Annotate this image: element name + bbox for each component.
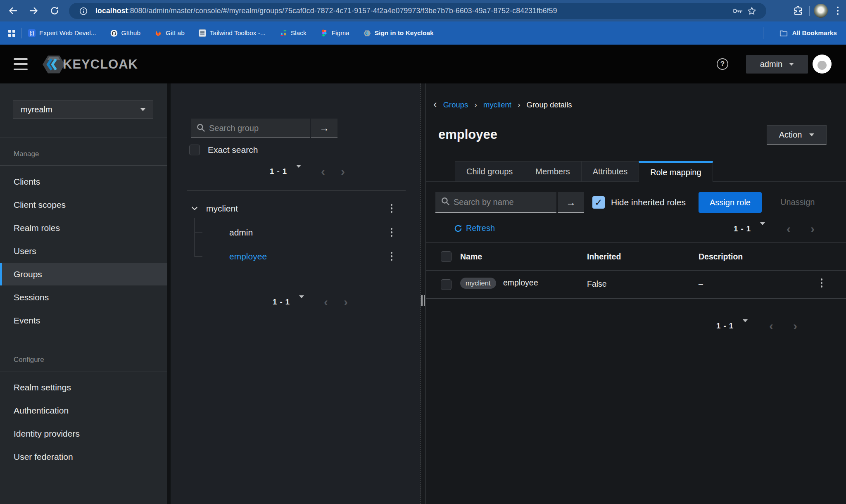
tree-node-admin[interactable]: admin	[171, 221, 421, 244]
browser-back-button[interactable]	[5, 2, 21, 19]
sidebar-item-client-scopes[interactable]: Client scopes	[0, 193, 167, 216]
tree-node-myclient[interactable]: myclient	[171, 197, 421, 220]
breadcrumb-myclient-link[interactable]: myclient	[483, 100, 511, 109]
tree-node-employee[interactable]: employee	[171, 245, 421, 268]
tab-members[interactable]: Members	[524, 161, 581, 182]
sidebar-item-realm-settings[interactable]: Realm settings	[0, 376, 167, 399]
row-kebab-menu-icon[interactable]	[817, 278, 826, 288]
row-checkbox[interactable]	[441, 279, 452, 290]
column-header-description[interactable]: Description	[699, 252, 743, 262]
help-icon[interactable]: ?	[717, 58, 728, 70]
tab-child-groups[interactable]: Child groups	[455, 161, 524, 182]
pagination-next-button[interactable]: ›	[341, 165, 345, 178]
url-path: :8080/admin/master/console/#/myrealm/gro…	[128, 7, 557, 15]
tree-node-label[interactable]: myclient	[206, 204, 238, 214]
pagination-options-toggle[interactable]	[760, 225, 765, 233]
bookmark-label: Slack	[291, 29, 307, 37]
bookmark-github[interactable]: GIthub	[110, 29, 141, 37]
assign-role-button[interactable]: Assign role	[699, 192, 762, 213]
browser-forward-button[interactable]	[26, 2, 42, 19]
select-all-checkbox[interactable]	[441, 251, 452, 262]
user-avatar[interactable]	[813, 55, 832, 74]
user-dropdown[interactable]: admin	[746, 55, 808, 74]
column-header-name[interactable]: Name	[460, 252, 482, 262]
splitter-drag-handle-icon[interactable]	[421, 295, 425, 306]
pagination-prev-button[interactable]: ‹	[769, 320, 773, 332]
exact-search-checkbox[interactable]	[189, 145, 200, 155]
admin-kebab-menu-icon[interactable]	[387, 228, 396, 237]
hide-inherited-roles-checkbox[interactable]: ✓	[592, 196, 605, 209]
panel-splitter[interactable]	[421, 83, 425, 504]
pagination-options-toggle[interactable]	[299, 298, 304, 306]
pagination-options-toggle[interactable]	[743, 322, 748, 330]
realm-selector[interactable]: myrealm	[13, 100, 153, 119]
sidebar-item-authentication[interactable]: Authentication	[0, 399, 167, 422]
bookmark-star-icon[interactable]	[745, 4, 759, 18]
role-search-input[interactable]	[435, 192, 556, 213]
site-info-icon[interactable]	[76, 4, 90, 18]
pagination-next-button[interactable]: ›	[793, 320, 797, 332]
breadcrumb-groups-link[interactable]: Groups	[443, 100, 468, 109]
password-key-icon[interactable]	[731, 4, 745, 18]
groups-top-pagination: 1 - 1 ‹ ›	[270, 166, 345, 177]
apps-grid-icon[interactable]	[8, 30, 15, 37]
sidebar-item-user-federation[interactable]: User federation	[0, 445, 167, 468]
breadcrumb-back-icon[interactable]: ‹	[433, 99, 437, 109]
bookmark-keycloak[interactable]: Sign in to Keycloak	[364, 29, 434, 37]
search-icon	[197, 124, 205, 132]
sidebar-item-realm-roles[interactable]: Realm roles	[0, 216, 167, 239]
chevron-down-icon[interactable]	[191, 206, 198, 211]
inherited-cell: False	[587, 279, 607, 289]
browser-menu-icon[interactable]	[837, 7, 839, 15]
group-search-submit-button[interactable]: →	[311, 119, 337, 138]
sidebar-item-users[interactable]: Users	[0, 240, 167, 262]
browser-reload-button[interactable]	[46, 2, 63, 19]
bookmark-expert-web[interactable]: [;] Expert Web Devel...	[28, 29, 96, 37]
sidebar-item-identity-providers[interactable]: Identity providers	[0, 422, 167, 445]
pagination-range: 1 - 1	[270, 167, 287, 176]
column-header-inherited[interactable]: Inherited	[587, 252, 621, 262]
bookmark-figma[interactable]: Figma	[321, 29, 349, 37]
action-dropdown-button[interactable]: Action	[767, 125, 827, 145]
expert-web-favicon: [;]	[28, 29, 36, 37]
browser-profile-avatar[interactable]	[814, 4, 828, 18]
myclient-kebab-menu-icon[interactable]	[387, 204, 396, 213]
pagination-prev-button[interactable]: ‹	[321, 165, 325, 178]
extensions-puzzle-icon[interactable]	[791, 4, 805, 18]
role-search-submit-button[interactable]: →	[558, 192, 584, 213]
breadcrumb-separator-icon: ›	[518, 100, 520, 109]
tree-node-label[interactable]: admin	[229, 228, 253, 238]
breadcrumb: ‹ Groups › myclient › Group details	[433, 100, 572, 109]
pagination-next-button[interactable]: ›	[344, 296, 348, 308]
figma-favicon	[321, 29, 328, 37]
tab-role-mapping[interactable]: Role mapping	[639, 161, 713, 182]
bookmark-label: Tailwind Toolbox -...	[210, 29, 266, 37]
sidebar-item-clients[interactable]: Clients	[0, 170, 167, 193]
pagination-next-button[interactable]: ›	[810, 223, 815, 235]
unassign-button[interactable]: Unassign	[780, 197, 815, 207]
bookmark-slack[interactable]: Slack	[280, 29, 307, 37]
pagination-options-toggle[interactable]	[296, 168, 301, 175]
table-row[interactable]: myclient employee False –	[426, 271, 846, 299]
sidebar-item-groups[interactable]: Groups	[0, 263, 167, 285]
pagination-prev-button[interactable]: ‹	[787, 223, 791, 235]
sidebar-item-sessions[interactable]: Sessions	[0, 286, 167, 309]
bookmarks-bar: [;] Expert Web Devel... GIthub GitLab Ta…	[0, 21, 846, 45]
refresh-link[interactable]: Refresh	[454, 223, 495, 233]
keycloak-logo[interactable]: KEYCLOAK	[42, 55, 138, 74]
bookmark-tailwind-toolbox[interactable]: Tailwind Toolbox -...	[199, 29, 266, 37]
pagination-prev-button[interactable]: ‹	[324, 296, 328, 308]
sidebar-item-events[interactable]: Events	[0, 309, 167, 332]
address-bar[interactable]: localhost:8080/admin/master/console/#/my…	[69, 3, 766, 19]
roles-bottom-pagination: 1 - 1 ‹ ›	[716, 321, 797, 331]
nav-toggle-hamburger-icon[interactable]	[14, 58, 28, 70]
search-icon	[441, 197, 450, 206]
keycloak-logo-text: KEYCLOAK	[63, 57, 138, 72]
tab-attributes[interactable]: Attributes	[581, 161, 639, 182]
tree-node-label[interactable]: employee	[229, 252, 267, 262]
all-bookmarks-button[interactable]: All Bookmarks	[779, 29, 837, 37]
group-search-input[interactable]	[191, 119, 310, 138]
employee-kebab-menu-icon[interactable]	[387, 252, 396, 261]
group-details-panel: ‹ Groups › myclient › Group details empl…	[425, 83, 846, 504]
bookmark-gitlab[interactable]: GitLab	[154, 29, 185, 37]
